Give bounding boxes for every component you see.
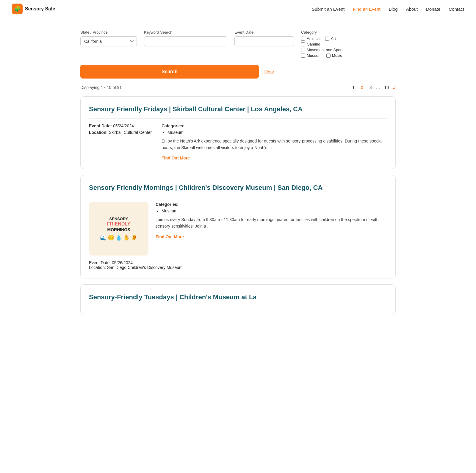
event-content-2: Categories: Museum Join us every Sunday … [156,202,387,256]
event-title-3: Sensory-Friendly Tuesdays | Children's M… [89,293,387,302]
event-location-2: Location: San Diego Children's Discovery… [89,265,387,270]
keyword-label: Keyword Search [144,30,227,35]
pagination: 1 2 3 … 10 » [350,84,396,90]
category-gaming[interactable]: Gaming [301,42,320,46]
mornings-text: MORNINGS [107,227,130,232]
next-page-link[interactable]: » [393,85,396,90]
event-content-1: Categories: Museum Enjoy the Noah's Ark … [162,123,387,161]
event-categories-list-1: Museum [162,130,387,135]
category-movement-sport[interactable]: Movement and Sport [301,48,343,52]
find-out-more-1[interactable]: Find Out More [162,156,190,160]
event-meta-left-1: Event Date: 05/24/2024 Location: Skirbal… [89,123,154,161]
event-card-1: Sensory Friendly Fridays | Skirball Cult… [80,96,396,169]
brand-name: Sensory Safe [25,6,55,12]
nav-blog[interactable]: Blog [389,7,398,12]
event-image-2: SENSORY FRIENDLY MORNINGS 🌊😊💧✋👂 [89,202,148,256]
main-content: State / Province California Keyword Sear… [74,18,402,333]
event-card-3: Sensory-Friendly Tuesdays | Children's M… [80,284,396,315]
checkbox-movement-sport[interactable] [301,48,305,52]
event-date-label-1: Event Date: [89,123,112,128]
category-gaming-label: Gaming [307,42,320,46]
search-button[interactable]: Search [80,65,259,79]
page-2-link[interactable]: 2 [358,84,365,90]
event-category-museum-1: Museum [167,130,387,135]
sensory-text: SENSORY [109,217,128,221]
event-date-label-2: Event Date: [89,260,111,265]
event-categories-label-2: Categories: [156,202,387,207]
state-filter-group: State / Province California [80,30,137,46]
event-categories-list-2: Museum [156,209,387,213]
event-category-museum-2: Museum [162,209,387,213]
event-location-1: Location: Skirball Cultural Center [89,130,154,135]
category-art-label: Art [331,36,336,41]
event-card-2: Sensory Friendly Mornings | Children's D… [80,175,396,278]
event-divider-2 [89,197,387,197]
event-date-value-2: 05/26/2024 [112,260,133,265]
event-divider-1 [89,118,387,119]
category-art[interactable]: Art [325,36,336,41]
navbar: 🧩 Sensory Safe Submit an Event Find an E… [0,0,476,18]
date-input[interactable] [234,36,294,46]
event-date-2: Event Date: 05/26/2024 [89,260,387,265]
results-meta: Displaying 1 - 10 of 91 1 2 3 … 10 » [80,84,396,90]
category-row-2: Gaming [301,42,343,46]
nav-donate[interactable]: Donate [426,7,440,12]
filters-section: State / Province California Keyword Sear… [80,30,396,58]
clear-button[interactable]: Clear [264,69,274,74]
page-3-link[interactable]: 3 [367,84,374,90]
nav-contact[interactable]: Contact [449,7,464,12]
page-10-link[interactable]: 10 [382,84,392,90]
category-row-3: Movement and Sport [301,48,343,52]
event-image-icons: 🌊😊💧✋👂 [100,234,137,241]
category-checkboxes: Animals Art Gaming Move [301,36,343,58]
search-row: Search Clear [80,65,396,79]
event-body-2: SENSORY FRIENDLY MORNINGS 🌊😊💧✋👂 Categori… [89,202,387,256]
category-animals-label: Animals [307,36,320,41]
event-location-label-2: Location: [89,265,106,270]
event-location-value-2: San Diego Children's Discovery Museum [107,265,183,270]
event-title-1: Sensory Friendly Fridays | Skirball Cult… [89,105,387,114]
nav-about[interactable]: About [406,7,418,12]
brand-icon: 🧩 [12,4,23,14]
checkbox-gaming[interactable] [301,42,305,46]
date-label: Event Date [234,30,294,35]
event-date-value-1: 05/24/2024 [113,123,134,128]
event-categories-label-1: Categories: [162,123,387,128]
category-filter-group: Category Animals Art Gaming [301,30,343,58]
event-description-1: Enjoy the Noah's Ark experience speciall… [162,138,387,151]
nav-find-event[interactable]: Find an Event [353,7,381,12]
state-select[interactable]: California [80,36,137,46]
nav-submit-event[interactable]: Submit an Event [312,7,345,12]
brand: 🧩 Sensory Safe [12,4,55,14]
page-1: 1 [350,84,356,90]
category-row-1: Animals Art [301,36,343,41]
nav-links: Submit an Event Find an Event Blog About… [312,7,464,12]
event-image-placeholder-2: SENSORY FRIENDLY MORNINGS 🌊😊💧✋👂 [89,202,148,256]
find-out-more-2[interactable]: Find Out More [156,234,184,239]
event-location-value-1: Skirball Cultural Center [109,130,152,135]
date-filter-group: Event Date [234,30,294,46]
friendly-text: FRIENDLY [107,221,131,227]
keyword-input[interactable] [144,36,227,46]
category-museum[interactable]: Museum [301,53,322,58]
category-animals[interactable]: Animals [301,36,320,41]
event-meta-bottom-2: Event Date: 05/26/2024 Location: San Die… [89,260,387,270]
event-date-1: Event Date: 05/24/2024 [89,123,154,128]
event-description-2: Join us every Sunday from 9:30am - 11:30… [156,216,387,230]
event-title-2: Sensory Friendly Mornings | Children's D… [89,184,387,192]
page-ellipsis: … [376,85,380,90]
keyword-filter-group: Keyword Search [144,30,227,46]
checkbox-music[interactable] [326,54,331,58]
state-label: State / Province [80,30,137,35]
category-row-4: Museum Music [301,53,343,58]
category-music[interactable]: Music [326,53,342,58]
checkbox-animals[interactable] [301,37,305,41]
checkbox-art[interactable] [325,37,329,41]
category-museum-label: Museum [307,53,322,58]
category-music-label: Music [332,53,342,58]
event-location-label-1: Location: [89,130,108,135]
checkbox-museum[interactable] [301,54,305,58]
display-count: Displaying 1 - 10 of 91 [80,85,122,90]
event-body-1: Event Date: 05/24/2024 Location: Skirbal… [89,123,387,161]
category-label: Category [301,30,343,35]
